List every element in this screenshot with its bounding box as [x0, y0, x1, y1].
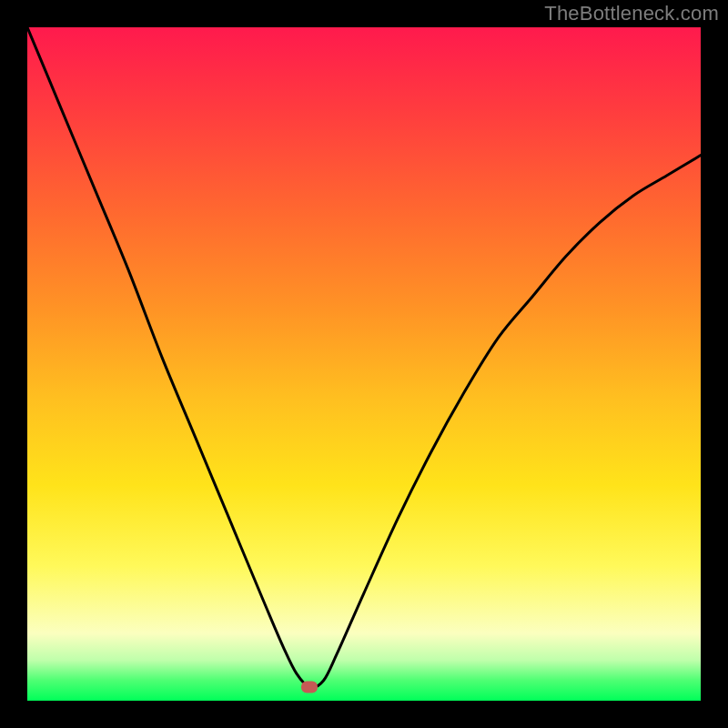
bottleneck-curve: [27, 27, 701, 701]
watermark-text: TheBottleneck.com: [544, 2, 719, 25]
curve-path: [27, 27, 701, 687]
chart-frame: TheBottleneck.com: [0, 0, 728, 728]
plot-area: [27, 27, 701, 701]
minimum-marker: [301, 682, 318, 693]
